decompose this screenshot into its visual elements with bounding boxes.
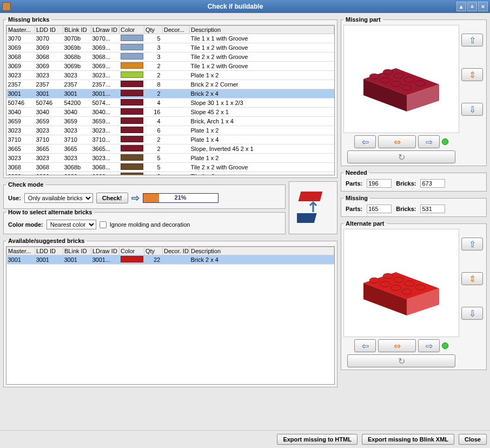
arrow-vert-icon: ⇕ <box>469 274 476 284</box>
table-row[interactable]: 307030703070b3070...5Tile 1 x 1 with Gro… <box>7 34 334 43</box>
table-row[interactable]: 3710371037103710...2Plate 1 x 4 <box>7 135 334 144</box>
progress-text: 21% <box>143 194 218 201</box>
column-header[interactable]: Decor... <box>163 26 190 34</box>
column-header[interactable]: Decor. ID <box>163 247 190 255</box>
color-mode-label: Color mode: <box>8 221 43 228</box>
column-header[interactable]: Master... <box>7 26 35 34</box>
missing-bricks-table-wrap[interactable]: Master...LDD IDBLink IDLDraw IDColorQtyD… <box>6 25 335 175</box>
color-mode-select[interactable]: Nearest color <box>47 220 96 229</box>
needed-group: Needed Parts: Bricks: <box>341 169 487 192</box>
color-swatch <box>121 136 143 142</box>
column-header[interactable]: BLink ID <box>63 247 91 255</box>
column-header[interactable]: Qty <box>144 26 163 34</box>
table-row[interactable]: 5074650746542005074...4Slope 30 1 x 1 x … <box>7 98 334 108</box>
column-header[interactable]: Description <box>190 247 334 255</box>
column-header[interactable]: Master... <box>7 247 35 255</box>
arrow-down-icon: ⇩ <box>469 104 476 115</box>
alternate-part-legend: Alternate part <box>343 220 387 227</box>
column-header[interactable]: Qty <box>144 247 163 255</box>
table-row[interactable]: 306930693069b3069...3Tile 1 x 2 with Gro… <box>7 43 334 52</box>
down-button[interactable]: ⇩ <box>461 103 483 116</box>
column-header[interactable]: LDD ID <box>35 247 63 255</box>
table-row[interactable]: 3001300130013001...2Brick 2 x 4 <box>7 89 334 98</box>
column-header[interactable]: BLink ID <box>63 26 91 34</box>
reload-button[interactable]: ↻ <box>347 150 455 163</box>
table-row[interactable]: 3665366536653665...2Slope, Inverted 45 2… <box>7 144 334 154</box>
alt-next-button[interactable]: ⇨ <box>418 339 440 352</box>
use-select[interactable]: Only available bricks <box>24 193 93 203</box>
alt-prev-button[interactable]: ⇦ <box>354 339 376 352</box>
alt-rotate-horiz-button[interactable]: ⇔ <box>378 339 416 352</box>
export-xml-button[interactable]: Export missing to Blink XML <box>362 434 454 445</box>
column-header[interactable]: LDraw ID <box>91 247 120 255</box>
rotate-vert-button[interactable]: ⇕ <box>461 68 483 81</box>
svg-point-27 <box>415 285 425 290</box>
color-swatch <box>121 90 143 96</box>
ignore-checkbox[interactable] <box>100 221 107 228</box>
available-bricks-legend: Available/suggested bricks <box>6 238 87 244</box>
arrow-horiz-icon: ⇔ <box>394 137 401 147</box>
prev-button[interactable]: ⇦ <box>354 135 376 148</box>
svg-point-26 <box>405 281 414 286</box>
minimize-icon[interactable]: ▴ <box>456 2 466 11</box>
table-row[interactable]: 2357235723572357...8Brick 2 x 2 Corner <box>7 80 334 89</box>
maximize-icon[interactable]: + <box>467 2 477 11</box>
window-title: Check if buildable <box>15 3 455 10</box>
alt-rotate-vert-button[interactable]: ⇕ <box>461 272 483 285</box>
table-row[interactable]: 3023302330233023...6Plate 1 x 2 <box>7 126 334 135</box>
export-html-button[interactable]: Export missing to HTML <box>277 434 357 445</box>
alternate-part-view <box>343 229 459 337</box>
available-bricks-table: Master...LDD IDBLink IDLDraw IDColorQtyD… <box>6 247 334 265</box>
svg-point-21 <box>380 281 390 287</box>
svg-point-14 <box>415 81 425 86</box>
color-swatch <box>121 173 143 175</box>
table-row[interactable]: 3001300130013001...22Brick 2 x 4 <box>7 255 334 265</box>
check-mode-legend: Check mode <box>6 181 45 188</box>
next-button[interactable]: ⇨ <box>418 135 440 148</box>
check-mode-group: Check mode Use: Only available bricks Ch… <box>3 181 286 209</box>
check-button[interactable]: Check! <box>96 193 128 203</box>
column-header[interactable]: LDraw ID <box>91 26 120 34</box>
alt-reload-button[interactable]: ↻ <box>347 354 455 367</box>
table-row[interactable]: 6636663666366636...3Tile 1 x 6 <box>7 172 334 176</box>
ignore-label: Ignore molding and decoration <box>110 221 190 228</box>
svg-point-12 <box>394 73 403 78</box>
column-header[interactable]: LDD ID <box>35 26 63 34</box>
color-swatch <box>121 71 143 78</box>
close-button[interactable]: Close <box>459 434 487 445</box>
color-swatch <box>121 53 143 60</box>
column-header[interactable]: Color <box>120 247 144 255</box>
column-header[interactable]: Description <box>190 26 334 34</box>
alt-down-button[interactable]: ⇩ <box>461 307 483 320</box>
arrow-left-icon: ⇦ <box>362 137 369 147</box>
table-row[interactable]: 306830683068b3068...3Tile 2 x 2 with Gro… <box>7 52 334 62</box>
column-header[interactable]: Color <box>120 26 144 34</box>
footer: Export missing to HTML Export missing to… <box>0 430 490 448</box>
available-bricks-group: Available/suggested bricks Master...LDD … <box>3 238 337 387</box>
color-swatch <box>121 154 143 161</box>
reload-icon: ↻ <box>398 356 405 366</box>
table-row[interactable]: 3023302330233023...2Plate 1 x 2 <box>7 71 334 80</box>
svg-rect-1 <box>297 213 317 223</box>
table-row[interactable]: 306830683068b3068...5Tile 2 x 2 with Gro… <box>7 163 334 172</box>
titlebar: Check if buildable ▴ + × <box>0 0 490 13</box>
svg-point-10 <box>402 85 412 90</box>
rotate-horiz-button[interactable]: ⇔ <box>378 135 416 148</box>
table-row[interactable]: 306930693069b3069...2Tile 1 x 2 with Gro… <box>7 62 334 71</box>
available-bricks-table-wrap[interactable]: Master...LDD IDBLink IDLDraw IDColorQtyD… <box>6 246 335 385</box>
use-label: Use: <box>8 195 21 201</box>
color-swatch <box>121 99 143 106</box>
arrow-down-icon: ⇩ <box>469 308 476 319</box>
alt-up-button[interactable]: ⇧ <box>461 238 483 251</box>
close-icon[interactable]: × <box>478 2 488 11</box>
missing-bricks-legend: Missing bricks <box>6 16 51 23</box>
up-button[interactable]: ⇧ <box>461 34 483 47</box>
color-swatch <box>121 44 143 50</box>
color-swatch <box>121 62 143 69</box>
status-dot <box>442 139 448 145</box>
table-row[interactable]: 3659365936593659...4Brick, Arch 1 x 4 <box>7 117 334 126</box>
table-row[interactable]: 3040304030403040...16Slope 45 2 x 1 <box>7 108 334 117</box>
alt-status-dot <box>442 342 448 349</box>
table-row[interactable]: 3023302330233023...5Plate 1 x 2 <box>7 154 334 163</box>
swap-preview-panel <box>289 181 337 234</box>
